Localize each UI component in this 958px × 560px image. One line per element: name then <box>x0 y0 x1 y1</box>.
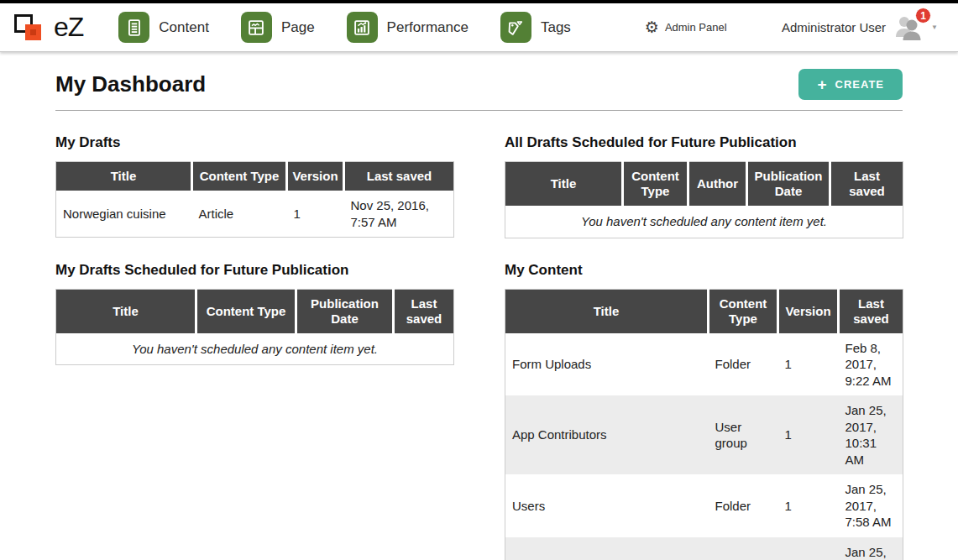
page-icon <box>241 12 272 43</box>
column-header: Content Type <box>196 289 296 333</box>
column-header: Last saved <box>394 289 454 333</box>
table-row[interactable]: Form UploadsFolder1Feb 8, 2017, 9:22 AM <box>505 333 903 396</box>
table-header-row: TitleContent TypeVersionLast saved <box>505 289 903 333</box>
tags-icon <box>500 12 531 43</box>
nav-item-performance[interactable]: Performance <box>347 12 469 43</box>
nav-label: Tags <box>541 19 571 36</box>
table-cell: Folder <box>709 474 778 537</box>
column-header: Title <box>56 162 192 191</box>
column-header: Title <box>505 162 623 207</box>
column-header: Version <box>287 162 344 191</box>
section-heading: My Drafts Scheduled for Future Publicati… <box>55 262 454 279</box>
table-cell: App Contributors <box>505 395 709 474</box>
plus-icon: + <box>817 77 826 92</box>
admin-panel-button[interactable]: ⚙ Admin Panel <box>645 19 727 35</box>
empty-message: You haven't scheduled any content item y… <box>505 206 903 238</box>
table-cell: Nov 25, 2016, 7:57 AM <box>344 191 454 238</box>
column-header: Version <box>778 289 839 333</box>
table-cell: 1 <box>778 333 839 396</box>
table-cell: User group <box>709 395 778 474</box>
table-header-row: TitleContent TypeAuthorPublication DateL… <box>505 162 903 207</box>
logo-text: eZ <box>54 12 83 43</box>
my-drafts-scheduled-table: TitleContent TypePublication DateLast sa… <box>55 289 454 366</box>
user-name: Administrator User <box>782 20 886 34</box>
nav-label: Content <box>159 19 209 36</box>
column-header: Last saved <box>830 162 903 207</box>
performance-icon <box>347 12 378 43</box>
column-header: Publication Date <box>296 289 394 333</box>
table-cell: 1 <box>287 191 344 238</box>
app-logo[interactable]: eZ <box>13 12 83 44</box>
column-header: Last saved <box>344 162 454 191</box>
column-header: Title <box>56 289 196 333</box>
nav-item-content[interactable]: Content <box>118 12 209 43</box>
table-cell: Article <box>192 191 287 238</box>
table-cell: Jan 25, 2017, 7:55 AM <box>839 537 903 560</box>
ez-logo-icon <box>13 12 47 44</box>
table-cell: App <box>505 537 709 560</box>
create-button[interactable]: + CREATE <box>798 69 903 100</box>
table-row[interactable]: UsersFolder1Jan 25, 2017, 7:58 AM <box>505 474 903 537</box>
table-cell: 1 <box>778 395 839 474</box>
table-cell: Form Uploads <box>505 333 709 396</box>
table-cell: Users <box>505 474 709 537</box>
page-title: My Dashboard <box>55 71 206 97</box>
section-heading: My Content <box>505 262 903 279</box>
column-header: Last saved <box>839 289 903 333</box>
create-button-label: CREATE <box>835 78 884 91</box>
column-header: Content Type <box>192 162 287 191</box>
column-header: Title <box>505 289 709 333</box>
gear-icon: ⚙ <box>645 19 659 35</box>
table-header-row: TitleContent TypeVersionLast saved <box>56 162 454 191</box>
column-header: Content Type <box>623 162 688 207</box>
dashboard-grid: My Drafts TitleContent TypeVersionLast s… <box>55 111 903 560</box>
section-all-drafts-scheduled: All Drafts Scheduled for Future Publicat… <box>505 111 903 238</box>
column-header: Publication Date <box>747 162 830 207</box>
section-heading: All Drafts Scheduled for Future Publicat… <box>505 134 903 151</box>
user-avatar[interactable]: 1 <box>893 14 924 40</box>
table-row[interactable]: AppFolder1Jan 25, 2017, 7:55 AM <box>505 537 903 560</box>
table-row[interactable]: Norwegian cuisineArticle1Nov 25, 2016, 7… <box>56 191 454 238</box>
table-cell: Jan 25, 2017, 7:58 AM <box>839 474 903 537</box>
my-content-table: TitleContent TypeVersionLast savedForm U… <box>505 289 903 560</box>
admin-panel-label: Admin Panel <box>665 21 727 34</box>
top-bar: eZ Content <box>0 3 958 52</box>
table-cell: Feb 8, 2017, 9:22 AM <box>839 333 903 396</box>
column-header: Content Type <box>709 289 778 333</box>
nav-label: Page <box>281 19 315 36</box>
section-heading: My Drafts <box>55 134 454 151</box>
table-cell: 1 <box>778 474 839 537</box>
main-nav: Content Page <box>118 12 571 43</box>
nav-item-page[interactable]: Page <box>241 12 315 43</box>
empty-row: You haven't scheduled any content item y… <box>56 333 454 365</box>
empty-row: You haven't scheduled any content item y… <box>505 206 903 238</box>
table-cell: Norwegian cuisine <box>56 191 192 238</box>
section-my-drafts: My Drafts TitleContent TypeVersionLast s… <box>55 111 454 238</box>
empty-message: You haven't scheduled any content item y… <box>56 333 454 365</box>
user-menu[interactable]: Administrator User 1 ▼ <box>782 14 938 40</box>
dashboard-main: My Dashboard + CREATE My Drafts TitleCon… <box>0 52 958 560</box>
content-icon <box>118 12 149 43</box>
page-header: My Dashboard + CREATE <box>55 52 903 111</box>
my-drafts-table: TitleContent TypeVersionLast savedNorweg… <box>55 161 454 238</box>
table-cell: Folder <box>709 333 778 396</box>
nav-label: Performance <box>387 19 469 36</box>
section-my-drafts-scheduled: My Drafts Scheduled for Future Publicati… <box>55 238 454 366</box>
chevron-down-icon: ▼ <box>931 24 938 31</box>
all-drafts-scheduled-table: TitleContent TypeAuthorPublication DateL… <box>505 161 903 238</box>
table-cell: 1 <box>778 537 839 560</box>
column-header: Author <box>688 162 747 207</box>
table-row[interactable]: App ContributorsUser group1Jan 25, 2017,… <box>505 395 903 474</box>
table-header-row: TitleContent TypePublication DateLast sa… <box>56 289 454 333</box>
table-cell: Jan 25, 2017, 10:31 AM <box>839 395 903 474</box>
section-my-content: My Content TitleContent TypeVersionLast … <box>505 238 903 560</box>
table-cell: Folder <box>709 537 778 560</box>
nav-item-tags[interactable]: Tags <box>500 12 571 43</box>
notification-badge[interactable]: 1 <box>915 8 931 24</box>
